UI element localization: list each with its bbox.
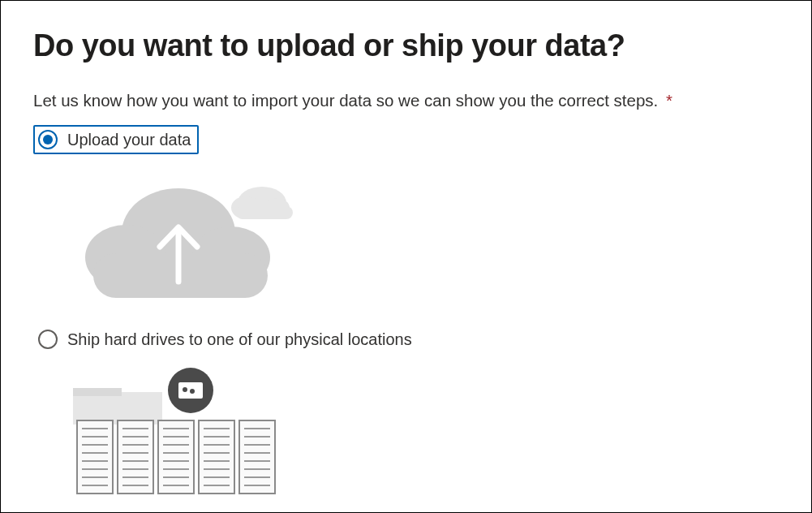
radio-ship-label: Ship hard drives to one of our physical …	[67, 330, 412, 349]
radio-dot-icon	[43, 334, 53, 344]
required-mark: *	[666, 91, 672, 110]
svg-rect-18	[199, 420, 234, 494]
svg-rect-15	[77, 420, 113, 494]
radio-ship[interactable]: Ship hard drives to one of our physical …	[33, 325, 420, 354]
svg-rect-17	[158, 420, 194, 494]
radio-upload-label: Upload your data	[67, 131, 191, 149]
cloud-upload-icon	[69, 164, 312, 302]
datacenter-illustration	[69, 364, 779, 502]
page-title: Do you want to upload or ship your data?	[33, 28, 779, 63]
option-ship: Ship hard drives to one of our physical …	[33, 325, 779, 502]
radio-dot-icon	[43, 135, 53, 144]
svg-rect-19	[239, 420, 275, 494]
radio-circle-icon	[38, 330, 58, 349]
instruction-body: Let us know how you want to import your …	[33, 91, 658, 110]
option-upload: Upload your data	[33, 125, 779, 302]
svg-rect-3	[236, 206, 293, 219]
svg-point-13	[183, 387, 187, 392]
svg-rect-16	[118, 420, 153, 494]
radio-upload[interactable]: Upload your data	[33, 125, 199, 154]
radio-circle-icon	[38, 130, 58, 149]
cloud-upload-illustration	[69, 164, 779, 302]
datacenter-icon	[69, 364, 288, 502]
svg-rect-10	[73, 388, 122, 396]
instruction-text: Let us know how you want to import your …	[33, 91, 779, 110]
svg-point-14	[190, 389, 195, 394]
